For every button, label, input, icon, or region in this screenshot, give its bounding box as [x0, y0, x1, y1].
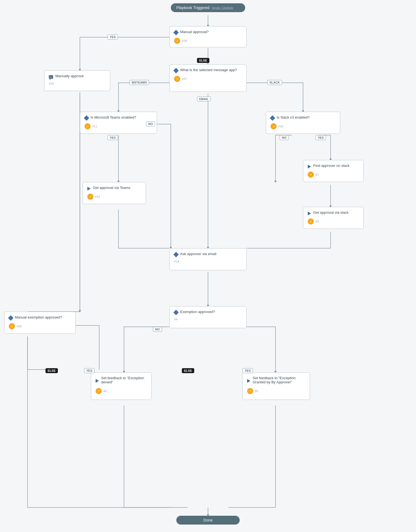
- lightning-icon-1: ⚡: [308, 172, 314, 178]
- node-29: Manually approve #29: [44, 70, 110, 91]
- diamond-icon-28: [173, 30, 179, 35]
- lightning-icon-10: ⚡: [271, 123, 277, 129]
- svg-marker-10: [274, 181, 277, 183]
- node-10: Is Slack v3 enabled? ⚡ #10: [266, 112, 340, 134]
- label-else-28: ELSE: [197, 58, 209, 63]
- node-3: Get approval via slack ⚡ #3: [303, 207, 364, 229]
- node-1: Find approver on slack ⚡ #1: [303, 160, 364, 182]
- label-yes-4: YES: [242, 368, 253, 373]
- node-6: Set feedback to "Exception denied" ⚡ #6: [91, 372, 152, 400]
- svg-marker-16: [79, 310, 81, 312]
- diamond-icon-4: [173, 310, 179, 315]
- chat-icon-29: [49, 75, 53, 79]
- flow-container: Playbook Triggered Inputs / Outputs Manu…: [0, 0, 416, 532]
- lightning-icon-3: ⚡: [308, 218, 314, 224]
- label-no-10: NO: [280, 135, 289, 140]
- label-else-30: ELSE: [45, 368, 58, 373]
- trigger-label: Playbook Triggered: [176, 6, 210, 10]
- node-5: Set feedback to "Exception Granted by By…: [242, 372, 310, 400]
- action-icon-3: [308, 212, 311, 215]
- lightning-icon-11: ⚡: [85, 123, 91, 129]
- label-yes-11: YES: [107, 135, 118, 140]
- label-email: EMAIL: [197, 97, 211, 101]
- action-icon-1: [308, 165, 311, 169]
- lightning-icon-30: ⚡: [9, 323, 15, 329]
- done-node: Done: [176, 516, 240, 525]
- node-28: Manual approval? ⚡ #28: [169, 26, 247, 47]
- node-11: Is Microsoft Teams enabled? ⚡ #11: [80, 112, 157, 134]
- action-icon-12: [87, 187, 91, 191]
- label-no-4: NO: [153, 327, 162, 332]
- action-icon-6: [96, 379, 99, 383]
- done-label: Done: [203, 518, 212, 522]
- lightning-icon-28: ⚡: [174, 38, 180, 44]
- diamond-icon-10: [270, 115, 275, 121]
- diamond-icon-30: [8, 315, 13, 321]
- node-30: Manual exemption approved? ⚡ #30: [4, 312, 76, 334]
- lightning-icon-27: ⚡: [174, 76, 180, 82]
- label-yes-10: YES: [315, 135, 326, 140]
- label-slack: SLACK: [267, 80, 282, 85]
- label-no-11: NO: [146, 121, 155, 126]
- label-else-4: ELSE: [182, 368, 194, 373]
- diamond-icon-14: [173, 252, 179, 257]
- diamond-icon-27: [173, 68, 179, 73]
- trigger-node: Playbook Triggered Inputs / Outputs: [171, 3, 245, 12]
- lightning-icon-12: ⚡: [87, 194, 93, 200]
- node-4: Exemption approved? #4: [169, 306, 247, 328]
- lightning-icon-6: ⚡: [96, 388, 102, 394]
- node-12: Get approval via Teams ⚡ #12: [83, 182, 146, 204]
- inputs-outputs-link[interactable]: Inputs / Outputs: [212, 6, 233, 9]
- label-yes-28: YES: [107, 34, 118, 39]
- label-yes-30: YES: [84, 368, 94, 373]
- lightning-icon-5: ⚡: [247, 388, 253, 394]
- diamond-icon-11: [84, 115, 89, 121]
- label-msteams: MSTEAMS: [129, 80, 149, 85]
- node-14: Ask approver via email #14: [169, 248, 247, 270]
- action-icon-5: [247, 379, 250, 383]
- node-27: What is the selected message app? ⚡ #27: [169, 64, 247, 92]
